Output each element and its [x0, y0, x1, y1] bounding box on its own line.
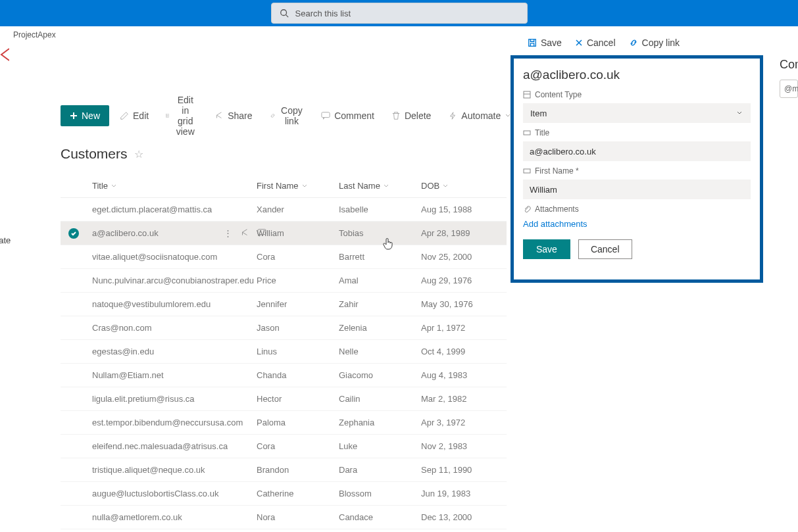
search-input[interactable] [295, 9, 519, 18]
cell-lastname: Luke [339, 441, 421, 451]
table-row[interactable]: a@aclibero.co.ukWilliamTobiasApr 28, 198… [61, 222, 507, 245]
panel-save-label: Save [541, 37, 562, 48]
automate-button[interactable]: Automate [441, 105, 518, 126]
cell-dob: Apr 3, 1972 [421, 418, 507, 427]
contenttype-icon [523, 91, 531, 99]
cell-title[interactable]: tristique.aliquet@neque.co.uk [92, 465, 257, 475]
copylink-button[interactable]: Copy link [263, 105, 311, 126]
table-row[interactable]: vitae.aliquet@sociisnatoque.comCoraBarre… [61, 245, 507, 269]
cell-firstname: Catherine [257, 489, 339, 498]
cell-firstname: Jennifer [257, 299, 339, 309]
cell-firstname: Price [257, 276, 339, 285]
cell-lastname: Blossom [339, 489, 421, 498]
edit-button[interactable]: Edit [113, 105, 155, 126]
cell-firstname: Jason [257, 323, 339, 333]
delete-button[interactable]: Delete [385, 105, 437, 126]
cell-title[interactable]: est.tempor.bibendum@neccursusa.com [92, 418, 257, 427]
cell-title[interactable]: nulla@ametlorem.co.uk [92, 512, 257, 522]
text-icon [523, 167, 531, 175]
panel-copylink-label: Copy link [642, 37, 680, 48]
svg-rect-7 [258, 230, 266, 235]
cell-lastname: Dara [339, 465, 421, 475]
delete-icon [391, 111, 401, 120]
cell-dob: Aug 15, 1988 [421, 205, 507, 214]
col-header-firstname[interactable]: First Name [257, 181, 339, 191]
panel-cancel-button[interactable]: Cancel [570, 35, 621, 51]
cell-title[interactable]: Cras@non.com [92, 323, 257, 333]
cancel-button[interactable]: Cancel [578, 239, 632, 259]
col-header-dob[interactable]: DOB [421, 181, 507, 191]
svg-rect-6 [322, 112, 330, 118]
table-row[interactable]: natoque@vestibulumlorem.eduJenniferZahir… [61, 293, 507, 316]
table-row[interactable]: eget.dictum.placerat@mattis.caXanderIsab… [61, 198, 507, 222]
add-attachments-link[interactable]: Add attachments [523, 219, 751, 229]
table-row[interactable]: ligula.elit.pretium@risus.caHectorCailin… [61, 387, 507, 411]
table-row[interactable]: eleifend.nec.malesuada@atrisus.caCoraLuk… [61, 435, 507, 458]
close-icon [575, 39, 583, 47]
automate-label: Automate [461, 110, 501, 121]
cell-title[interactable]: egestas@in.edu [92, 347, 257, 356]
cell-dob: Jun 19, 1983 [421, 489, 507, 498]
nav-item[interactable]: emplate [0, 235, 11, 245]
site-logo [0, 46, 9, 63]
cell-firstname: Nora [257, 512, 339, 522]
col-header-lastname[interactable]: Last Name [339, 181, 421, 191]
cell-title[interactable]: ligula.elit.pretium@risus.ca [92, 394, 257, 404]
row-comment-icon[interactable] [257, 228, 266, 237]
table-row[interactable]: nulla@ametlorem.co.ukNoraCandaceDec 13, … [61, 506, 507, 529]
cell-firstname: Chanda [257, 370, 339, 380]
col-header-title[interactable]: Title [92, 181, 257, 191]
cell-lastname: Amal [339, 276, 421, 285]
link-icon [270, 111, 276, 120]
search-box[interactable] [271, 3, 528, 24]
row-share-icon[interactable] [240, 228, 249, 237]
cell-dob: Apr 28, 1989 [421, 228, 507, 238]
save-button[interactable]: Save [523, 239, 570, 259]
firstname-input[interactable] [523, 180, 751, 199]
table-row[interactable]: Cras@non.comJasonZeleniaApr 1, 1972 [61, 316, 507, 340]
new-label: New [82, 110, 100, 121]
table-row[interactable]: Nullam@Etiam.netChandaGiacomoAug 4, 1983 [61, 364, 507, 387]
chevron-down-icon [442, 183, 449, 189]
firstname-label: First Name * [523, 166, 751, 176]
share-button[interactable]: Share [208, 105, 259, 126]
table-row[interactable]: tristique.aliquet@neque.co.ukBrandonDara… [61, 458, 507, 482]
main-area: New Edit Edit in grid view Share Copy li… [26, 66, 507, 526]
list-grid: Title First Name Last Name DOB eget.dict… [61, 174, 507, 529]
cell-firstname: William [257, 228, 339, 238]
table-row[interactable]: Nunc.pulvinar.arcu@conubianostraper.eduP… [61, 269, 507, 293]
col-title-label: Title [92, 181, 108, 191]
panel-save-button[interactable]: Save [522, 35, 567, 51]
comment-label: Comment [334, 110, 374, 121]
table-row[interactable]: est.tempor.bibendum@neccursusa.comPaloma… [61, 411, 507, 435]
favorite-star-icon[interactable]: ☆ [134, 148, 143, 160]
edit-grid-button[interactable]: Edit in grid view [159, 105, 204, 126]
table-row[interactable]: egestas@in.eduLinusNelleOct 4, 1999 [61, 340, 507, 364]
text-icon [523, 129, 531, 137]
title-input[interactable] [523, 141, 751, 161]
cell-title[interactable]: eleifend.nec.malesuada@atrisus.ca [92, 441, 257, 451]
cell-dob: Apr 1, 1972 [421, 323, 507, 333]
edit-grid-label: Edit in grid view [173, 95, 197, 137]
panel-copylink-button[interactable]: Copy link [624, 35, 686, 51]
svg-line-1 [286, 15, 288, 18]
row-more-icon[interactable]: ⋮ [224, 228, 232, 238]
new-button[interactable]: New [61, 105, 109, 126]
cell-lastname: Isabelle [339, 205, 421, 214]
mention-input[interactable]: @m [780, 80, 798, 98]
comment-button[interactable]: Comment [314, 105, 381, 126]
cell-lastname: Zephania [339, 418, 421, 427]
cell-title[interactable]: augue@luctuslobortisClass.co.uk [92, 489, 257, 498]
cell-title[interactable]: vitae.aliquet@sociisnatoque.com [92, 252, 257, 262]
contenttype-select[interactable]: Item [523, 103, 751, 123]
table-row[interactable]: augue@luctuslobortisClass.co.ukCatherine… [61, 482, 507, 506]
cell-dob: Nov 25, 2000 [421, 252, 507, 262]
attachment-icon [523, 205, 531, 213]
cell-title[interactable]: eget.dictum.placerat@mattis.ca [92, 205, 257, 214]
cell-title[interactable]: Nunc.pulvinar.arcu@conubianostraper.edu [92, 276, 257, 285]
cell-title[interactable]: Nullam@Etiam.net [92, 370, 257, 380]
cell-title[interactable]: natoque@vestibulumlorem.edu [92, 299, 257, 309]
panel-cancel-label: Cancel [587, 37, 616, 48]
col-dob-label: DOB [421, 181, 439, 191]
grid-icon [166, 111, 169, 120]
